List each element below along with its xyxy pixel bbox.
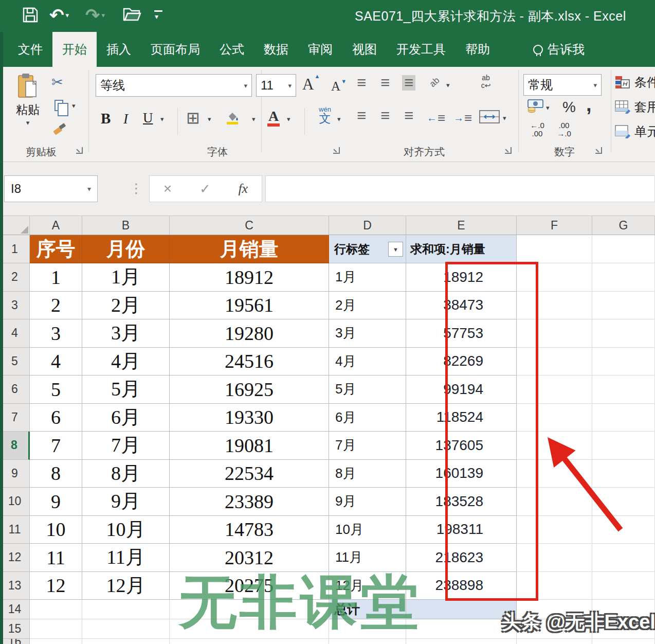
formula-bar-resize-handle[interactable]: ⋮ <box>130 181 143 196</box>
format-as-table-button[interactable]: 套用 <box>615 99 655 115</box>
cell-D10[interactable]: 9月 <box>329 488 406 516</box>
align-middle-button[interactable]: ≡ <box>380 75 390 91</box>
column-header-G[interactable]: G <box>592 216 655 235</box>
cell-G11[interactable] <box>592 516 655 544</box>
cell-A6[interactable]: 5 <box>30 375 82 404</box>
tab-view[interactable]: 视图 <box>342 32 387 67</box>
cell-F16[interactable] <box>517 639 592 644</box>
cell-A16[interactable] <box>30 639 82 644</box>
cell-B10[interactable]: 9月 <box>82 488 170 516</box>
cell-D2[interactable]: 1月 <box>329 263 406 292</box>
cell-styles-button[interactable]: 单元 <box>615 123 655 140</box>
cell-B14[interactable] <box>82 600 170 619</box>
cell-B3[interactable]: 2月 <box>82 292 170 320</box>
cell-E1[interactable]: 求和项:月销量 <box>406 235 517 263</box>
cell-C8[interactable]: 19081 <box>170 432 329 460</box>
row-header-2[interactable]: 2 <box>0 263 30 292</box>
cell-A2[interactable]: 1 <box>30 263 82 292</box>
font-size-select[interactable]: 11 ▾ <box>256 74 296 97</box>
redo-dropdown[interactable]: ▾ <box>102 11 105 19</box>
orientation-button[interactable]: ab <box>428 75 442 90</box>
cell-G12[interactable] <box>592 544 655 572</box>
orientation-dropdown[interactable]: ▾ <box>446 81 450 89</box>
cell-D11[interactable]: 10月 <box>329 516 406 544</box>
name-box[interactable]: I8 ▾ <box>4 175 98 202</box>
tab-file[interactable]: 文件 <box>8 32 52 67</box>
cell-E16[interactable] <box>406 639 517 644</box>
cell-G10[interactable] <box>592 488 655 516</box>
cell-G5[interactable] <box>592 348 655 376</box>
paste-button[interactable]: 粘贴 ▾ <box>8 73 47 140</box>
comma-style-button[interactable]: , <box>586 94 592 116</box>
cell-B15[interactable] <box>82 619 170 639</box>
cell-C1[interactable]: 月销量 <box>170 235 329 263</box>
borders-button[interactable]: ⊞ <box>186 108 200 128</box>
cell-D1[interactable]: 行标签▼ <box>329 235 406 263</box>
cell-A1[interactable]: 序号 <box>30 235 82 263</box>
cell-D8[interactable]: 7月 <box>329 432 406 460</box>
cell-B12[interactable]: 11月 <box>82 544 170 572</box>
confirm-entry-button[interactable]: ✓ <box>199 181 211 197</box>
font-color-button[interactable]: A <box>268 108 279 124</box>
fill-color-button[interactable] <box>225 110 240 124</box>
increase-indent-button[interactable]: → ≡ <box>453 110 472 126</box>
row-header-13[interactable]: 13 <box>0 572 30 600</box>
copy-dropdown[interactable]: ▾ <box>72 102 76 110</box>
row-header-1[interactable]: 1 <box>0 235 30 263</box>
cell-A5[interactable]: 4 <box>30 348 82 376</box>
cell-C7[interactable]: 19330 <box>170 404 329 432</box>
font-color-dropdown[interactable]: ▾ <box>287 115 290 123</box>
tab-developer[interactable]: 开发工具 <box>387 32 456 67</box>
cell-D9[interactable]: 8月 <box>329 460 406 488</box>
cell-G16[interactable] <box>592 639 655 644</box>
column-header-D[interactable]: D <box>329 216 406 235</box>
cell-D5[interactable]: 4月 <box>329 348 406 376</box>
cell-A8[interactable]: 7 <box>30 432 82 460</box>
column-header-B[interactable]: B <box>82 216 170 235</box>
cut-button[interactable]: ✂ <box>51 74 63 91</box>
font-name-caret[interactable]: ▾ <box>244 82 247 90</box>
align-right-button[interactable]: ≡ <box>404 108 413 123</box>
format-painter-button[interactable] <box>51 120 67 136</box>
cell-B16[interactable] <box>82 639 170 644</box>
cell-G9[interactable] <box>592 460 655 488</box>
row-header-8[interactable]: 8 <box>0 432 30 460</box>
cell-A3[interactable]: 2 <box>30 292 82 320</box>
cell-D6[interactable]: 5月 <box>329 375 406 404</box>
number-format-caret[interactable]: ▾ <box>593 81 597 89</box>
underline-button[interactable]: U <box>143 110 153 126</box>
increase-decimal-button[interactable]: ←.0.00 <box>525 121 549 138</box>
fill-color-dropdown[interactable]: ▾ <box>252 115 256 123</box>
row-header-15[interactable]: 15 <box>0 619 30 639</box>
tab-home[interactable]: 开始 <box>52 32 97 67</box>
insert-function-button[interactable]: fx <box>238 181 248 196</box>
row-header-6[interactable]: 6 <box>0 375 30 404</box>
alignment-dialog-launcher[interactable] <box>505 147 512 154</box>
redo-button[interactable]: ↷ ▾ <box>85 6 105 24</box>
undo-button[interactable]: ↶ ▾ <box>49 6 69 24</box>
cell-G3[interactable] <box>592 292 655 320</box>
accounting-format-button[interactable] <box>526 99 544 113</box>
column-header-A[interactable]: A <box>30 216 82 235</box>
bold-button[interactable]: B <box>101 110 111 127</box>
row-header-10[interactable]: 10 <box>0 488 30 516</box>
cell-G1[interactable] <box>592 235 655 263</box>
font-name-select[interactable]: 等线 ▾ <box>96 74 252 97</box>
cell-G2[interactable] <box>592 263 655 292</box>
cell-A14[interactable] <box>30 600 82 619</box>
save-button[interactable] <box>22 6 39 24</box>
cell-B7[interactable]: 6月 <box>82 404 170 432</box>
cell-A10[interactable]: 9 <box>30 488 82 516</box>
cell-A15[interactable] <box>30 619 82 639</box>
cell-G6[interactable] <box>592 375 655 404</box>
phonetic-guide-button[interactable]: wén 文 <box>315 106 335 124</box>
decrease-font-button[interactable]: A▼ <box>331 79 340 94</box>
align-left-button[interactable]: ≡ <box>357 108 366 123</box>
cell-A7[interactable]: 6 <box>30 404 82 432</box>
tab-formulas[interactable]: 公式 <box>210 32 254 67</box>
borders-dropdown[interactable]: ▾ <box>208 115 211 123</box>
italic-button[interactable]: I <box>123 111 128 127</box>
cell-B13[interactable]: 12月 <box>82 572 170 600</box>
column-header-F[interactable]: F <box>517 216 592 235</box>
cell-G7[interactable] <box>592 404 655 432</box>
